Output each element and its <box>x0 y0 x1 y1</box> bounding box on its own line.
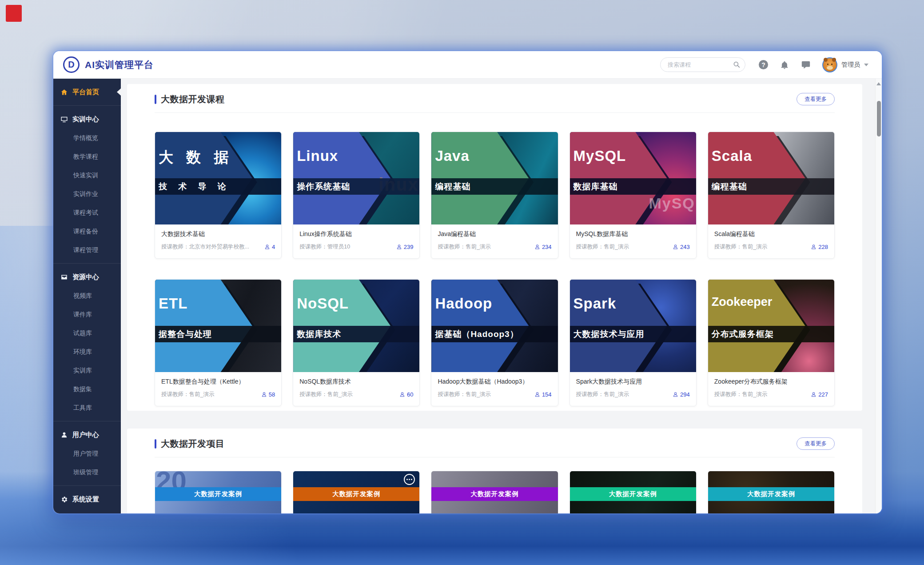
scrollbar-thumb[interactable] <box>877 101 881 136</box>
help-icon[interactable]: ? <box>759 60 768 69</box>
project-card[interactable]: 大数据开发案例 <box>293 471 420 513</box>
more-dots-icon <box>404 474 415 485</box>
main-content: 大数据开发课程 查看更多 大 数 据 技 术 导 论 大数据技术基础 <box>121 79 882 513</box>
course-teacher: 授课教师：售前_演示 <box>714 391 808 398</box>
sidebar-item-course-backup[interactable]: 课程备份 <box>53 222 121 241</box>
course-teacher: 授课教师：售前_演示 <box>576 391 669 398</box>
course-card[interactable]: NoSQL 数据库技术 NoSQL数据库技术 授课教师：售前_演示 60 <box>293 279 420 406</box>
course-name: MySQL数据库基础 <box>576 230 690 238</box>
cover-subtitle: 数据库技术 <box>293 326 419 342</box>
sidebar-item-user-management[interactable]: 用户管理 <box>53 445 121 463</box>
course-teacher: 授课教师：售前_演示 <box>161 391 258 398</box>
project-grid: 20 大数据开发案例 大数据开发案例 大数据开发案例 <box>155 471 835 513</box>
scroll-up-arrow[interactable] <box>876 82 881 85</box>
app-header: D AI实训管理平台 ? 管理员 <box>53 51 882 79</box>
sidebar-item-environment-library[interactable]: 环境库 <box>53 343 121 361</box>
person-icon <box>811 392 816 397</box>
cover-subtitle: 编程基础 <box>708 178 834 195</box>
project-banner: 大数据开发案例 <box>570 487 696 501</box>
course-card[interactable]: Spark 大数据技术与应用 Spark大数据技术与应用 授课教师：售前_演示 … <box>570 279 697 406</box>
course-name: Hadoop大数据基础（Hadoop3） <box>438 378 551 386</box>
project-card[interactable]: 大数据开发案例 <box>708 471 835 513</box>
course-name: Java编程基础 <box>438 230 551 238</box>
active-notch <box>117 88 121 96</box>
course-name: Zookeeper分布式服务框架 <box>714 378 828 386</box>
sidebar-item-tool-library[interactable]: 工具库 <box>53 399 121 417</box>
student-count: 60 <box>399 391 413 398</box>
course-card[interactable]: inux Linux 操作系统基础 Linux操作系统基础 授课教师：管理员10 <box>293 132 420 259</box>
view-more-button[interactable]: 查看更多 <box>797 93 835 105</box>
sidebar-item-label: 用户中心 <box>72 431 99 439</box>
sidebar-item-user-center[interactable]: 用户中心 <box>53 425 121 445</box>
sidebar-item-quick-training[interactable]: 快速实训 <box>53 166 121 185</box>
sidebar-item-course-management[interactable]: 课程管理 <box>53 241 121 260</box>
sidebar-item-home[interactable]: 平台首页 <box>53 82 121 102</box>
student-count: 234 <box>534 244 552 250</box>
view-more-button[interactable]: 查看更多 <box>797 437 835 450</box>
project-cover: 大数据开发案例 <box>570 471 696 513</box>
person-icon <box>399 392 405 397</box>
course-card[interactable]: 大 数 据 技 术 导 论 大数据技术基础 授课教师：北京市对外贸易学校教...… <box>155 132 282 259</box>
sidebar-item-video-library[interactable]: 视频库 <box>53 287 121 305</box>
sidebar-item-courseware-library[interactable]: 课件库 <box>53 305 121 324</box>
sidebar-item-label: 平台首页 <box>72 88 99 96</box>
app-logo-icon: D <box>63 56 80 73</box>
record-indicator <box>6 5 22 22</box>
course-teacher: 授课教师：售前_演示 <box>576 243 669 251</box>
sidebar-item-system-settings[interactable]: 系统设置 <box>53 489 121 509</box>
sidebar-item-learning-overview[interactable]: 学情概览 <box>53 129 121 148</box>
course-card[interactable]: Java 编程基础 Java编程基础 授课教师：售前_演示 234 <box>431 132 558 259</box>
student-count: 228 <box>811 244 828 250</box>
chat-icon[interactable] <box>801 60 811 70</box>
cover-subtitle: 据基础（Hadoop3） <box>431 326 558 342</box>
cover-title: NoSQL <box>297 295 349 312</box>
course-name: Linux操作系统基础 <box>299 230 413 238</box>
project-card[interactable]: 大数据开发案例 <box>431 471 558 513</box>
course-teacher: 授课教师：售前_演示 <box>299 391 396 398</box>
cover-subtitle: 技 术 导 论 <box>155 178 281 195</box>
course-cover: MySQ MySQL 数据库基础 <box>570 132 696 224</box>
sidebar-item-datasets[interactable]: 数据集 <box>53 380 121 399</box>
course-card[interactable]: ETL 据整合与处理 ETL数据整合与处理（Kettle） 授课教师：售前_演示… <box>155 279 282 406</box>
cover-title: Scala <box>712 148 752 164</box>
student-count: 294 <box>673 391 690 398</box>
course-card[interactable]: Scala 编程基础 Scala编程基础 授课教师：售前_演示 228 <box>708 132 835 259</box>
chevron-down-icon <box>864 64 868 66</box>
sidebar-item-class-management[interactable]: 班级管理 <box>53 463 121 482</box>
sidebar-item-label: 系统设置 <box>72 495 99 504</box>
sidebar-item-question-library[interactable]: 试题库 <box>53 324 121 343</box>
project-card[interactable]: 20 大数据开发案例 <box>155 471 282 513</box>
sidebar-item-training-library[interactable]: 实训库 <box>53 361 121 380</box>
content-scrollbar[interactable] <box>875 79 882 513</box>
course-cover: Scala 编程基础 <box>708 132 834 224</box>
app-title: AI实训管理平台 <box>85 59 154 71</box>
course-cover: Java 编程基础 <box>431 132 558 224</box>
course-card[interactable]: Hadoop 据基础（Hadoop3） Hadoop大数据基础（Hadoop3）… <box>431 279 558 406</box>
bell-icon[interactable] <box>780 60 789 70</box>
header-icons: ? <box>759 60 811 70</box>
student-count: 58 <box>261 391 275 398</box>
section-divider <box>155 112 835 113</box>
sidebar-item-teaching-courses[interactable]: 教学课程 <box>53 148 121 166</box>
course-teacher: 授课教师：管理员10 <box>299 243 393 251</box>
app-window: D AI实训管理平台 ? 管理员 <box>53 51 882 513</box>
course-name: Spark大数据技术与应用 <box>576 378 690 386</box>
project-card[interactable]: 大数据开发案例 <box>570 471 697 513</box>
user-menu[interactable]: 管理员 <box>822 57 868 72</box>
person-icon <box>673 244 678 250</box>
sidebar-item-training-center[interactable]: 实训中心 <box>53 109 121 129</box>
course-card[interactable]: MySQ MySQL 数据库基础 MySQL数据库基础 授课教师：售前_演示 <box>570 132 697 259</box>
sidebar-item-course-exam[interactable]: 课程考试 <box>53 204 121 222</box>
project-banner: 大数据开发案例 <box>293 487 419 501</box>
monitor-icon <box>60 116 68 123</box>
user-icon <box>60 431 68 439</box>
course-card[interactable]: Zookeeper 分布式服务框架 Zookeeper分布式服务框架 授课教师：… <box>708 279 835 406</box>
section-divider <box>155 457 835 457</box>
sidebar-divider <box>53 421 121 421</box>
sidebar-item-resource-center[interactable]: 资源中心 <box>53 267 121 287</box>
search-icon[interactable] <box>733 60 741 68</box>
person-icon <box>396 244 402 250</box>
sidebar-item-training-homework[interactable]: 实训作业 <box>53 185 121 204</box>
cover-title: Linux <box>297 148 338 164</box>
course-cover: 大 数 据 技 术 导 论 <box>155 132 281 224</box>
